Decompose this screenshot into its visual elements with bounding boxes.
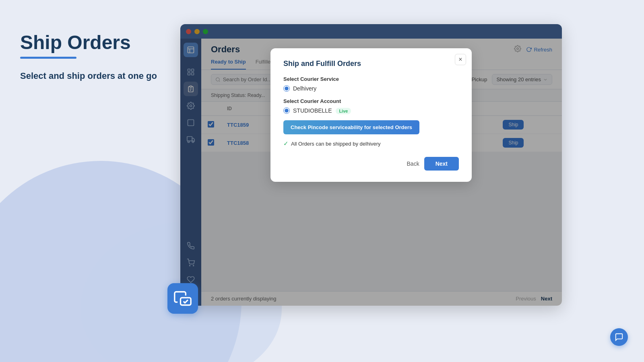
success-message: ✓ All Orders can be shipped by delhivery — [283, 140, 459, 147]
modal-title: Ship and Fulfill Orders — [283, 60, 459, 68]
modal-close-button[interactable]: × — [455, 54, 466, 65]
account-option-studiobelle: STUDIOBELLE Live — [283, 107, 459, 114]
left-panel: Ship Orders Select and ship orders at on… — [0, 0, 177, 362]
account-label-studiobelle: STUDIOBELLE Live — [293, 107, 351, 114]
live-badge: Live — [336, 108, 351, 114]
modal-actions: Back Next — [283, 157, 459, 171]
app-window: › Orders — [180, 24, 562, 306]
account-radio-studiobelle[interactable] — [283, 107, 290, 114]
next-button[interactable]: Next — [424, 157, 459, 171]
ship-fulfill-modal: × Ship and Fulfill Orders Select Courier… — [270, 48, 472, 182]
courier-option-delhivery: Delhivery — [283, 85, 459, 92]
chat-bubble-button[interactable] — [610, 328, 628, 346]
page-title: Ship Orders — [20, 32, 157, 53]
courier-service-label: Select Courier Service — [283, 76, 459, 82]
bottom-app-icon[interactable] — [167, 283, 198, 314]
modal-overlay: × Ship and Fulfill Orders Select Courier… — [180, 24, 562, 306]
subtitle: Select and ship orders at one go — [20, 70, 157, 82]
courier-radio-delhivery[interactable] — [283, 85, 290, 92]
back-button[interactable]: Back — [407, 157, 419, 171]
title-underline — [20, 57, 76, 59]
check-serviceability-button[interactable]: Check Pincode serviceability for selecte… — [283, 120, 419, 134]
courier-label-delhivery: Delhivery — [293, 85, 316, 92]
success-checkmark: ✓ — [283, 140, 289, 147]
courier-account-label: Select Courier Account — [283, 98, 459, 104]
